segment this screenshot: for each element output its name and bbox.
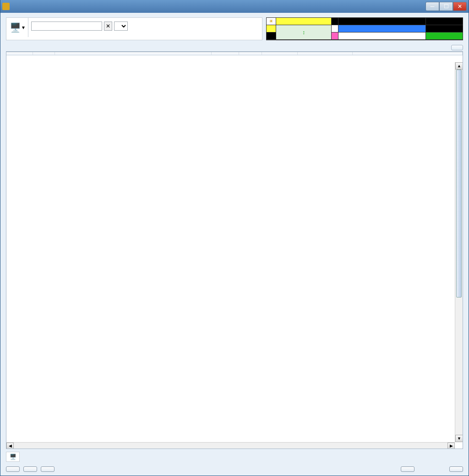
process-table: ▲ ▼ ◀ ▶ <box>6 52 463 449</box>
app-window: ─ ☐ ✕ 🖥️▾ ✕ ☀ <box>0 0 469 476</box>
name-filter-input[interactable] <box>31 22 102 31</box>
scroll-up-arrow[interactable]: ▲ <box>455 62 463 70</box>
col-cpu[interactable] <box>239 52 262 55</box>
terminate-button[interactable] <box>6 466 20 472</box>
minimize-button[interactable]: ─ <box>425 2 439 11</box>
col-session[interactable] <box>33 52 55 55</box>
col-description[interactable] <box>353 52 463 55</box>
system-icon-dropdown[interactable]: 🖥️▾ <box>6 18 28 37</box>
cleanup-button[interactable] <box>401 466 414 472</box>
status-bar: 🖥️ <box>6 449 463 465</box>
close-button[interactable]: ✕ <box>453 2 467 11</box>
clear-filter-button[interactable]: ✕ <box>104 22 112 31</box>
uptime <box>276 18 331 25</box>
status-icon: 🖥️ <box>6 452 20 462</box>
col-pid[interactable] <box>6 52 33 55</box>
vertical-scrollbar[interactable]: ▲ ▼ <box>455 62 463 442</box>
minimize-all-button[interactable] <box>449 466 463 472</box>
mem-label <box>267 32 276 39</box>
col-name[interactable] <box>55 52 212 55</box>
disk-label <box>338 18 425 25</box>
col-private[interactable] <box>262 52 298 55</box>
scroll-down-arrow[interactable]: ▼ <box>455 435 463 442</box>
horizontal-scrollbar[interactable]: ◀ ▶ <box>6 442 455 449</box>
sun-icon: ☀ <box>267 18 276 25</box>
val1 <box>332 25 338 32</box>
maximize-button[interactable]: ☐ <box>439 2 453 11</box>
process-filter-select[interactable] <box>114 22 128 31</box>
val2 <box>338 32 425 39</box>
table-body[interactable] <box>6 55 463 449</box>
blue-indicator <box>338 25 425 32</box>
header-panel: 🖥️▾ ✕ <box>6 17 262 40</box>
mem-top-label <box>426 25 463 32</box>
monitor-button[interactable] <box>23 466 37 472</box>
desktop-explorer-button[interactable] <box>451 45 463 50</box>
tab-row <box>6 45 463 52</box>
footer <box>6 465 463 472</box>
table-header[interactable] <box>6 52 463 55</box>
windows-button[interactable] <box>41 466 55 472</box>
disk-indicator <box>332 18 338 25</box>
scroll-left-arrow[interactable]: ◀ <box>6 443 14 449</box>
titlebar[interactable]: ─ ☐ ✕ <box>0 0 469 13</box>
green-indicator <box>426 32 463 39</box>
graph-cell: ↕ <box>276 25 331 39</box>
col-platform[interactable] <box>212 52 239 55</box>
col-created[interactable] <box>298 52 353 55</box>
scroll-right-arrow[interactable]: ▶ <box>447 443 455 449</box>
scroll-thumb[interactable] <box>456 70 462 298</box>
power-label <box>426 18 463 25</box>
yellow-indicator <box>267 25 276 32</box>
status-grid: ☀ ↕ <box>266 17 463 40</box>
app-icon <box>2 3 10 10</box>
pink-indicator <box>332 32 338 39</box>
